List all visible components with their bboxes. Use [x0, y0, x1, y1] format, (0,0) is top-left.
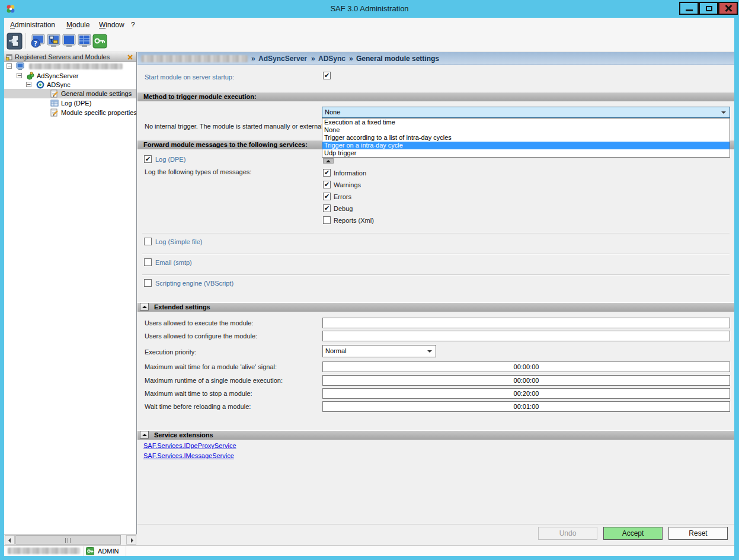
exit-door-icon: [7, 33, 23, 50]
grid-view-button[interactable]: [76, 33, 92, 50]
max-runtime-input[interactable]: [322, 375, 730, 386]
tree-horizontal-scrollbar: [4, 534, 137, 545]
arrow-left-icon: [8, 538, 11, 543]
title-bar: SAF 3.0 Administration: [0, 0, 739, 18]
users-execute-label: Users allowed to execute the module:: [145, 319, 253, 327]
monitor-view-button[interactable]: [61, 33, 77, 50]
redacted-status-user: [8, 548, 80, 554]
scroll-right-button[interactable]: [126, 535, 136, 545]
information-checkbox[interactable]: ✔: [323, 169, 331, 177]
admin-key-button[interactable]: [92, 33, 108, 50]
tree-close-icon[interactable]: [127, 54, 133, 60]
collapse-icon[interactable]: −: [17, 73, 22, 78]
maximize-button[interactable]: [699, 2, 718, 15]
max-wait-stop-label: Maximum wait time to stop a module:: [145, 390, 252, 397]
menu-administration[interactable]: Administration: [8, 20, 57, 30]
status-bar: ADMIN: [4, 545, 734, 556]
app-window: SAF 3.0 Administration Administration Mo…: [0, 0, 739, 560]
users-configure-label: Users allowed to configure the module:: [145, 332, 257, 340]
menu-window[interactable]: Window: [97, 20, 127, 30]
tree-row-server[interactable]: −: [4, 62, 137, 71]
help-button[interactable]: ?: [30, 33, 46, 50]
execution-priority-label: Execution priority:: [145, 348, 196, 356]
scripting-engine-checkbox[interactable]: [144, 279, 152, 287]
users-configure-input[interactable]: [322, 331, 730, 341]
collapse-extended-button[interactable]: [140, 303, 149, 311]
svg-text:?: ?: [34, 40, 37, 47]
dropdown-option[interactable]: Udp trigger: [322, 149, 730, 157]
server-module-icon: [26, 72, 34, 80]
collapse-icon[interactable]: −: [7, 63, 12, 69]
close-button[interactable]: [718, 2, 738, 15]
undo-button[interactable]: Undo: [538, 527, 597, 540]
chevron-down-icon: [427, 350, 432, 353]
log-table-icon: [50, 99, 59, 107]
users-execute-input[interactable]: [322, 318, 730, 328]
servers-view-button[interactable]: [46, 33, 62, 50]
scroll-up-button[interactable]: [323, 158, 334, 164]
exit-button[interactable]: [7, 33, 23, 50]
trigger-method-dropdown-list: Execution at a fixed time None Trigger a…: [322, 118, 730, 158]
wait-reload-input[interactable]: [322, 401, 730, 412]
email-smtp-checkbox[interactable]: [144, 258, 152, 266]
settings-page-icon: [50, 108, 59, 117]
close-icon: [724, 4, 732, 12]
max-wait-alive-input[interactable]: [322, 361, 730, 372]
reset-button[interactable]: Reset: [668, 527, 728, 540]
toolbar-separator: [25, 33, 26, 49]
idpeproxyservice-link[interactable]: SAF.Services.IDpeProxyService: [143, 442, 236, 449]
dropdown-option[interactable]: None: [322, 126, 730, 134]
breadcrumb-separator: »: [251, 55, 255, 63]
trigger-description: No internal trigger. The module is start…: [145, 123, 329, 130]
tree-row-general-settings[interactable]: General module settings: [4, 89, 137, 98]
breadcrumb-adsync[interactable]: ADSync: [318, 55, 345, 63]
log-dpe-checkbox[interactable]: ✔: [144, 155, 152, 163]
log-simple-file-checkbox[interactable]: [144, 238, 152, 245]
tree-row-adsync[interactable]: − ADSync: [4, 80, 137, 89]
collapse-icon[interactable]: −: [26, 82, 31, 87]
menu-bar: Administration Module Window ?: [4, 18, 734, 31]
key-icon: [86, 547, 94, 555]
scripting-engine-label[interactable]: Scripting engine (VBScript): [155, 280, 233, 287]
menu-help[interactable]: ?: [129, 20, 137, 30]
imessageservice-link[interactable]: SAF.Services.IMessageService: [143, 452, 234, 459]
reports-xml-checkbox[interactable]: [323, 216, 331, 224]
breadcrumb-adsyncserver[interactable]: AdSyncServer: [258, 55, 307, 63]
dropdown-option-highlighted[interactable]: Trigger on a intra-day cycle: [322, 142, 730, 149]
settings-panel: » AdSyncServer » ADSync » General module…: [137, 52, 734, 545]
accept-button[interactable]: Accept: [603, 527, 663, 540]
breadcrumb-separator: »: [349, 55, 353, 63]
tree-node-label: Log (DPE): [61, 98, 91, 108]
max-wait-stop-input[interactable]: [322, 388, 730, 399]
tree-row-adsyncserver[interactable]: − AdSyncServer: [4, 71, 137, 81]
collapse-service-extensions-button[interactable]: [140, 431, 149, 439]
debug-checkbox[interactable]: ✔: [323, 204, 331, 212]
arrow-up-icon: [142, 306, 147, 308]
tree-panel: Registered Servers and Modules − −: [4, 52, 137, 534]
tree-row-module-properties[interactable]: Module specific properties: [4, 108, 137, 117]
tree-node-label: General module settings: [61, 89, 132, 98]
status-divider: [126, 546, 126, 556]
log-dpe-label[interactable]: Log (DPE): [155, 156, 185, 163]
start-module-checkbox[interactable]: ✔: [323, 72, 331, 79]
email-smtp-label[interactable]: Email (smtp): [155, 259, 192, 266]
tree-row-log-dpe[interactable]: Log (DPE): [4, 98, 137, 108]
warnings-checkbox[interactable]: ✔: [323, 181, 331, 188]
breadcrumb-current-page: General module settings: [356, 55, 439, 63]
chevron-down-icon: [721, 111, 726, 114]
trigger-method-combobox[interactable]: None: [322, 107, 730, 118]
key-icon: [92, 33, 108, 50]
execution-priority-combobox[interactable]: Normal: [322, 345, 436, 357]
redacted-breadcrumb-server: [141, 55, 248, 62]
scrollbar-thumb[interactable]: [15, 535, 121, 545]
log-simple-file-label[interactable]: Log (Simple file): [155, 238, 202, 245]
scroll-left-button[interactable]: [5, 535, 15, 545]
minimize-button[interactable]: [679, 2, 699, 15]
errors-checkbox[interactable]: ✔: [323, 193, 331, 200]
dropdown-option[interactable]: Trigger according to a list of intra-day…: [322, 134, 730, 142]
tree-node-label: Module specific properties: [61, 108, 137, 117]
dropdown-option[interactable]: Execution at a fixed time: [322, 119, 730, 126]
errors-label: Errors: [334, 193, 351, 200]
separator: [142, 254, 730, 255]
menu-module[interactable]: Module: [64, 20, 92, 30]
